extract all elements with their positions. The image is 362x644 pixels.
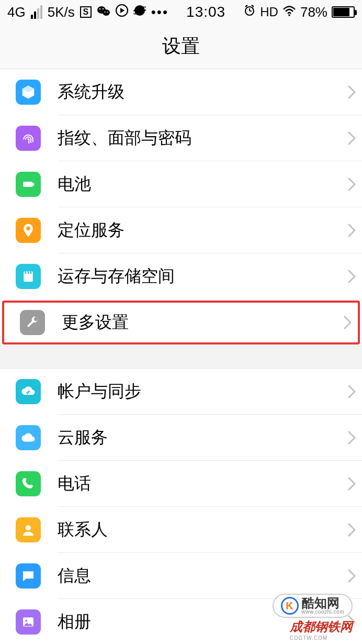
status-left: 4G 5K/s S ••• [7, 4, 168, 20]
status-bar: 4G 5K/s S ••• 13:03 HD 78% [0, 0, 362, 24]
status-time: 13:03 [168, 4, 243, 20]
messages-icon [16, 563, 41, 589]
watermark-logo-icon: K [281, 597, 299, 615]
network-type: 4G [7, 4, 26, 20]
row-label: 云服务 [58, 426, 341, 449]
row-label: 联系人 [58, 518, 341, 541]
chevron-right-icon [341, 476, 362, 492]
chevron-right-icon [341, 384, 362, 399]
chevron-right-icon [341, 176, 362, 192]
status-right: HD 78% [243, 4, 355, 20]
chevron-right-icon [341, 130, 362, 146]
location-icon [16, 218, 41, 243]
watermark-cdgtw: 成都钢铁网 CDGTW.COM [290, 618, 353, 641]
row-ram-storage[interactable]: 运存与存储空间 [0, 253, 362, 299]
row-label: 系统升级 [58, 81, 341, 104]
battery-percent: 78% [300, 4, 327, 20]
row-messages[interactable]: 信息 [0, 553, 362, 599]
page-header: 设置 [0, 24, 362, 69]
alarm-icon [243, 4, 256, 20]
svg-rect-23 [28, 271, 29, 274]
watermark-coozhi: K 酷知网 www.coozhi.com [273, 594, 353, 618]
svg-marker-7 [120, 8, 125, 13]
chevron-right-icon [337, 315, 358, 330]
wrench-icon [20, 310, 45, 335]
row-label: 运存与存储空间 [58, 265, 341, 288]
battery-icon [332, 6, 355, 18]
wechat-icon [97, 4, 110, 20]
chevron-right-icon [341, 269, 362, 284]
chevron-right-icon [341, 522, 362, 538]
watermark-en: www.coozhi.com [302, 609, 344, 615]
svg-rect-22 [25, 271, 27, 274]
row-label: 电话 [58, 472, 341, 495]
row-label: 电池 [58, 173, 341, 196]
more-icon: ••• [151, 4, 168, 20]
row-label: 帐户与同步 [58, 380, 341, 403]
settings-group-1: 系统升级 指纹、面部与密码 电池 定位服务 [0, 69, 362, 345]
row-more-settings[interactable]: 更多设置 [2, 301, 360, 345]
chevron-right-icon [341, 430, 362, 446]
contacts-icon [16, 517, 41, 542]
fingerprint-icon [16, 126, 41, 151]
network-speed: 5K/s [48, 4, 75, 20]
row-phone[interactable]: 电话 [0, 461, 362, 507]
chevron-right-icon [341, 223, 362, 238]
row-contacts[interactable]: 联系人 [0, 507, 362, 553]
svg-point-3 [102, 8, 104, 9]
svg-rect-24 [30, 271, 32, 274]
row-account-sync[interactable]: 帐户与同步 [0, 369, 362, 415]
row-fingerprint-face-password[interactable]: 指纹、面部与密码 [0, 115, 362, 161]
svg-line-14 [252, 5, 254, 7]
cloud-icon [16, 425, 41, 450]
row-battery[interactable]: 电池 [0, 161, 362, 207]
signal-icon [31, 5, 42, 19]
svg-point-15 [288, 14, 290, 16]
settings-screen: 4G 5K/s S ••• 13:03 HD 78% 设置 系统升级 [0, 0, 362, 644]
wifi-icon [282, 4, 296, 20]
row-label: 信息 [58, 564, 341, 587]
play-icon [116, 4, 128, 20]
watermark2-zh: 成都钢铁网 [290, 619, 353, 634]
svg-line-13 [245, 5, 247, 7]
watermark-zh: 酷知网 [302, 597, 344, 609]
svg-point-20 [26, 227, 30, 231]
svg-point-27 [25, 620, 27, 622]
svg-point-4 [104, 11, 105, 12]
hd-indicator: HD [260, 5, 278, 19]
planet-icon [133, 4, 146, 20]
storage-icon [16, 264, 41, 289]
cloud-sync-icon [16, 379, 41, 404]
svg-rect-18 [23, 182, 33, 187]
chevron-right-icon [341, 568, 362, 584]
phone-icon [16, 471, 41, 496]
row-label: 定位服务 [58, 219, 341, 242]
row-label: 更多设置 [62, 311, 337, 334]
gallery-icon [16, 609, 41, 635]
section-gap [0, 346, 362, 369]
system-update-icon [16, 80, 41, 105]
row-cloud-service[interactable]: 云服务 [0, 415, 362, 461]
svg-point-2 [99, 8, 100, 9]
chevron-right-icon [341, 84, 362, 100]
svg-rect-19 [33, 183, 35, 186]
page-title: 设置 [162, 34, 200, 59]
watermark2-en: CDGTW.COM [290, 635, 353, 641]
battery-icon [16, 172, 41, 197]
app-badge-icon: S [80, 6, 92, 18]
row-label: 指纹、面部与密码 [58, 127, 341, 150]
row-location-services[interactable]: 定位服务 [0, 207, 362, 253]
row-system-update[interactable]: 系统升级 [0, 69, 362, 115]
svg-point-1 [103, 9, 110, 16]
svg-point-25 [26, 525, 31, 530]
svg-point-5 [107, 11, 108, 12]
